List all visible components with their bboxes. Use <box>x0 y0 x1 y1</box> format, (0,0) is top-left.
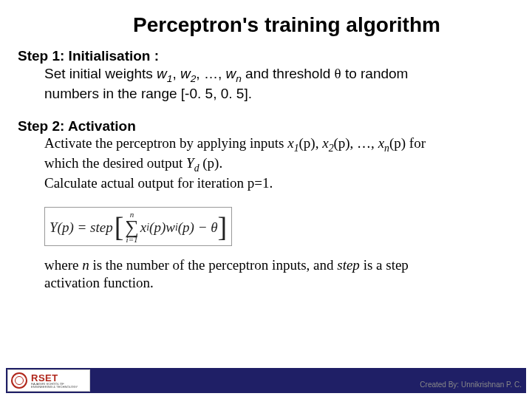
sigma-block: n ∑ i=1 <box>125 211 139 244</box>
text: Calculate actual output for iteration p=… <box>44 175 273 191</box>
text: is a step <box>360 257 409 273</box>
theta: θ <box>335 66 341 81</box>
sub-d: d <box>194 163 200 174</box>
formula-container: Y(p) = step [ n ∑ i=1 xi(p)wi(p) − θ ] <box>18 207 514 246</box>
var-x2: x <box>322 135 328 151</box>
sigma-lower: i=1 <box>126 236 138 244</box>
slide-title: Perceptron's training algorithm <box>18 13 514 37</box>
text: is the number of the perceptron inputs, … <box>89 257 338 273</box>
logo-sub: RAJAGIRI SCHOOL OF ENGINEERING & TECHNOL… <box>31 383 86 389</box>
var-Yd: Y <box>186 155 194 171</box>
logo-box: RSET RAJAGIRI SCHOOL OF ENGINEERING & TE… <box>7 369 90 392</box>
logo-emblem-icon <box>11 372 27 389</box>
credit-text: Created By: Unnikrishnan P. C. <box>420 381 522 389</box>
text: numbers in the range [-0. 5, 0. 5]. <box>44 86 252 101</box>
var-wn: w <box>225 66 236 81</box>
var-x1: x <box>287 135 293 151</box>
var-step: step <box>337 257 360 273</box>
sub-1: 1 <box>294 143 299 154</box>
formula-lhs: Y(p) = step <box>50 219 113 236</box>
bracket-left: [ <box>115 216 124 238</box>
var-w1: w <box>157 66 167 81</box>
sigma-symbol: ∑ <box>125 219 139 236</box>
term-ptheta: (p) − θ <box>178 219 218 236</box>
xp2: (p), …, <box>333 135 378 151</box>
closing-text: where n is the number of the perceptron … <box>18 256 514 292</box>
slide-container: Perceptron's training algorithm Step 1: … <box>0 0 532 399</box>
sub-n: n <box>236 73 242 84</box>
step1-body: Set initial weights w1, w2, …, wn and th… <box>18 65 514 103</box>
xp1: (p), <box>299 135 323 151</box>
text: and threshold <box>242 66 335 81</box>
term-pwi: (p)w <box>149 219 175 236</box>
text: where <box>44 257 82 273</box>
formula: Y(p) = step [ n ∑ i=1 xi(p)wi(p) − θ ] <box>50 211 227 244</box>
text: which the desired output <box>44 155 186 171</box>
text: Activate the perceptron by applying inpu… <box>44 135 287 151</box>
text: Set initial weights <box>44 66 157 81</box>
sub-n: n <box>384 143 389 154</box>
comma-ellipsis: , …, <box>196 66 225 81</box>
logo-main: RSET <box>31 373 86 383</box>
term-xi: x <box>140 219 146 236</box>
formula-box: Y(p) = step [ n ∑ i=1 xi(p)wi(p) − θ ] <box>44 207 232 246</box>
xpn: (p) <box>389 135 409 151</box>
comma: , <box>172 66 180 81</box>
var-n: n <box>82 257 89 273</box>
logo-text: RSET RAJAGIRI SCHOOL OF ENGINEERING & TE… <box>31 373 86 389</box>
Ydp: (p). <box>200 155 223 171</box>
for: for <box>409 135 426 151</box>
text: to random <box>341 66 409 81</box>
step2-heading: Step 2: Activation <box>18 117 514 135</box>
step2-body: Activate the perceptron by applying inpu… <box>18 134 514 192</box>
step1-heading: Step 1: Initialisation : <box>18 47 514 65</box>
var-xn: x <box>378 135 384 151</box>
text: activation function. <box>44 275 154 290</box>
var-w2: w <box>180 66 191 81</box>
bracket-right: ] <box>218 216 228 238</box>
